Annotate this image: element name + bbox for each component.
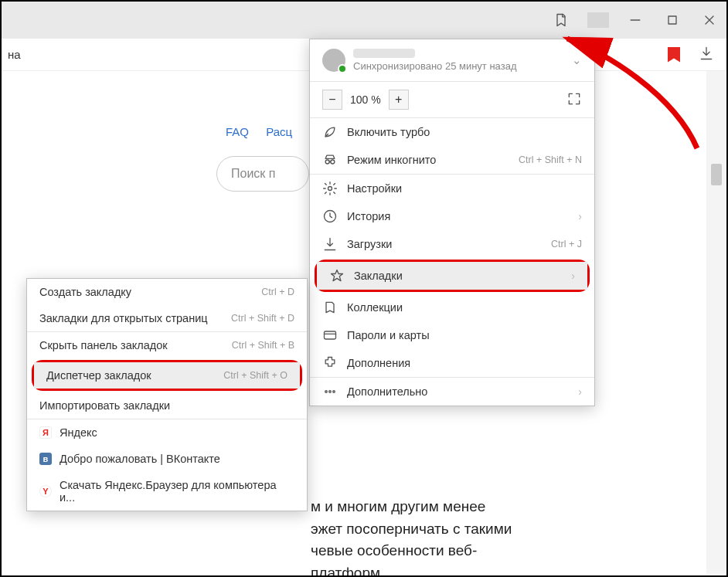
ext-link[interactable]: Расц [266,125,292,138]
fullscreen-icon[interactable] [566,91,582,109]
chevron-right-icon: › [571,270,575,282]
zoom-in-button[interactable]: + [389,90,409,110]
chevron-right-icon: › [578,385,582,398]
highlight-bookmarks: Закладки › [315,260,590,292]
body-text: м и многим другим менее эжет посопернича… [311,496,512,577]
star-icon [329,268,345,283]
download-icon [322,236,338,252]
zoom-row: − 100 % + [310,82,594,117]
faq-link[interactable]: FAQ [226,125,249,138]
svg-point-6 [325,391,328,393]
window-close-button[interactable] [702,12,717,28]
menu-item-turbo[interactable]: Включить турбо [310,118,594,146]
svg-point-3 [328,187,332,191]
bookmark-flag-icon[interactable] [668,47,680,63]
bookmark-vkontakte[interactable]: в Добро пожаловать | ВКонтакте [27,446,307,472]
sync-status-dot [338,64,347,73]
submenu-hide-bookmarks-bar[interactable]: Скрыть панель закладок Ctrl + Shift + B [27,332,307,358]
profile-row[interactable]: Синхронизировано 25 минут назад ⌄ [310,39,594,81]
menu-item-history[interactable]: История › [310,202,594,230]
svg-point-7 [329,391,332,393]
window-maximize-button[interactable] [665,12,680,28]
menu-item-incognito[interactable]: Режим инкогнито Ctrl + Shift + N [310,146,594,174]
scrollbar-thumb[interactable] [711,164,722,185]
page-title-fragment: на [8,48,21,61]
menu-item-more[interactable]: Дополнительно › [310,378,594,406]
main-menu: Синхронизировано 25 минут назад ⌄ − 100 … [309,39,595,406]
menu-item-collections[interactable]: Коллекции [310,294,594,321]
search-placeholder: Поиск п [231,167,275,181]
history-icon [322,209,338,224]
downloads-icon[interactable] [699,46,714,64]
menu-item-settings[interactable]: Настройки [310,175,594,202]
chevron-right-icon: › [578,210,582,222]
vertical-scrollbar[interactable] [706,71,725,574]
sync-status-text: Синхронизировано 25 минут назад [353,60,564,72]
bookmark-yandex[interactable]: Я Яндекс [27,419,307,446]
zoom-value: 100 % [350,93,381,106]
search-field[interactable]: Поиск п [216,156,309,192]
submenu-create-bookmark[interactable]: Создать закладку Ctrl + D [27,279,307,305]
bookmark-yandex-browser[interactable]: Y Скачать Яндекс.Браузер для компьютера … [27,472,307,511]
incognito-icon [322,152,338,168]
page-nav-links: FAQ Расц [226,125,306,138]
more-icon [322,384,338,399]
svg-point-8 [333,391,335,393]
profile-name-placeholder [353,49,415,58]
bookmarks-submenu: Создать закладку Ctrl + D Закладки для о… [26,278,308,511]
menu-item-downloads[interactable]: Загрузки Ctrl + J [310,230,594,258]
menu-item-bookmarks[interactable]: Закладки › [317,262,587,290]
svg-point-1 [325,160,329,164]
submenu-import-bookmarks[interactable]: Импортировать закладки [27,392,307,419]
svg-rect-0 [668,16,676,24]
avatar-icon [322,49,345,72]
svg-rect-5 [325,331,336,339]
hamburger-menu-button[interactable] [587,12,609,28]
card-icon [322,328,338,343]
rocket-icon [322,124,338,140]
submenu-bookmark-manager[interactable]: Диспетчер закладок Ctrl + Shift + O [34,362,300,389]
menu-item-passwords[interactable]: Пароли и карты [310,321,594,349]
svg-point-2 [331,160,335,164]
window-titlebar [2,2,726,39]
chevron-down-icon[interactable]: ⌄ [572,54,582,66]
zoom-out-button[interactable]: − [322,90,342,110]
gear-icon [322,181,338,196]
yandex-favicon: Я [39,426,52,439]
vk-favicon: в [39,453,52,465]
bookmarks-toolbar-icon[interactable] [553,12,569,28]
highlight-bookmark-manager: Диспетчер закладок Ctrl + Shift + O [32,360,302,391]
menu-item-addons[interactable]: Дополнения [310,349,594,377]
collections-icon [322,300,338,315]
window-minimize-button[interactable] [628,12,643,28]
submenu-bookmark-open-tabs[interactable]: Закладки для открытых страниц Ctrl + Shi… [27,305,307,331]
yandex-browser-favicon: Y [39,485,52,497]
puzzle-icon [322,355,338,371]
